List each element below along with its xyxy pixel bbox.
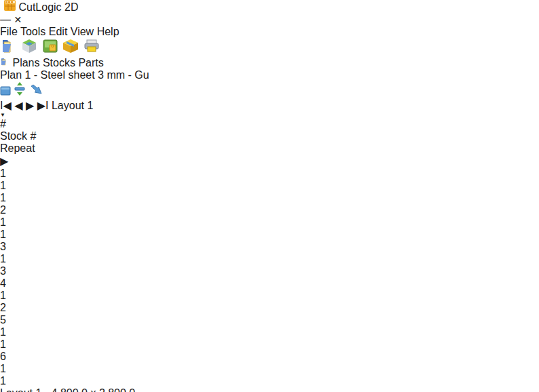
layout-next-button[interactable]: ▶ bbox=[26, 100, 34, 111]
col-repeat[interactable]: Repeat bbox=[0, 142, 539, 155]
fit-vertical-icon bbox=[14, 81, 26, 96]
tab-stocks[interactable]: Stocks bbox=[43, 57, 75, 68]
plan-header-text: Plan 1 - Steel sheet 3 mm - Gu bbox=[0, 69, 149, 81]
tab-parts[interactable]: Parts bbox=[78, 57, 103, 68]
back-arrow-icon bbox=[29, 84, 44, 96]
stock-table-row[interactable]: 313 bbox=[0, 241, 539, 277]
main-titlebar[interactable]: CutLogic 2D — ✕ bbox=[0, 0, 539, 26]
stock-table-row[interactable]: ▶111 bbox=[0, 155, 539, 204]
stock-table-row[interactable]: 211 bbox=[0, 204, 539, 241]
stock-table-row[interactable]: 511 bbox=[0, 314, 539, 351]
panel-view-button[interactable] bbox=[0, 87, 14, 98]
col-stock[interactable]: Stock # bbox=[0, 130, 539, 142]
cell: 2 bbox=[0, 302, 539, 314]
stock-table: ▼ # Stock # Repeat ▶111211313412511611 bbox=[0, 112, 539, 387]
layout-title: Layout 1 - 4,800.0 x 2,800.0 bbox=[0, 387, 539, 392]
stock-box-button[interactable] bbox=[62, 45, 82, 56]
cell: 1 bbox=[0, 192, 539, 204]
minimize-button[interactable]: — bbox=[0, 14, 11, 25]
menu-edit[interactable]: Edit bbox=[49, 26, 68, 37]
cell: 1 bbox=[0, 375, 539, 387]
new-plan-button[interactable] bbox=[0, 45, 20, 56]
window-title: CutLogic 2D bbox=[18, 1, 78, 13]
cell: 1 bbox=[0, 180, 539, 192]
cell: 4 bbox=[0, 277, 539, 290]
layout-navigator: Ι◀ ◀ ▶ ▶Ι Layout 1 bbox=[0, 99, 539, 112]
close-button[interactable]: ✕ bbox=[14, 14, 22, 25]
tab-stocks-label: Stocks bbox=[43, 57, 75, 68]
stock-table-row[interactable]: 611 bbox=[0, 351, 539, 387]
cube-icon bbox=[20, 38, 38, 54]
desktop-background: CutLogic 2D — ✕ File Tools Edit View Hel… bbox=[0, 0, 539, 392]
cell: 1 bbox=[0, 363, 539, 375]
folder-icon bbox=[0, 38, 18, 54]
cell: 1 bbox=[0, 326, 539, 338]
stock-table-row[interactable]: 412 bbox=[0, 277, 539, 314]
col-number[interactable]: # bbox=[0, 118, 539, 130]
plan-header-strip: Plan 1 - Steel sheet 3 mm - Gu bbox=[0, 69, 539, 99]
cell: 3 bbox=[0, 265, 539, 277]
cell: 1 bbox=[0, 290, 539, 302]
cell: 6 bbox=[0, 351, 539, 363]
layout-last-button[interactable]: ▶Ι bbox=[37, 100, 49, 111]
tab-plans-label: Plans bbox=[12, 57, 39, 68]
cell: 2 bbox=[0, 204, 539, 216]
layout-first-button[interactable]: Ι◀ bbox=[0, 100, 12, 111]
cell: 1 bbox=[0, 253, 539, 265]
tab-parts-label: Parts bbox=[78, 57, 103, 68]
box-icon bbox=[62, 38, 79, 54]
menu-tools[interactable]: Tools bbox=[20, 26, 45, 37]
menu-help[interactable]: Help bbox=[97, 26, 119, 37]
cell: 5 bbox=[0, 314, 539, 326]
plans-folder-icon bbox=[0, 57, 10, 66]
panel-icon bbox=[0, 85, 11, 96]
printer-icon bbox=[83, 38, 100, 54]
menu-bar: File Tools Edit View Help bbox=[0, 26, 539, 38]
cube-button[interactable] bbox=[20, 45, 41, 56]
cell: 3 bbox=[0, 241, 539, 253]
filter-dropdown-icon[interactable]: ▼ bbox=[0, 112, 539, 118]
plan-detail-panel: Ι◀ ◀ ▶ ▶Ι Layout 1 ▼ # Stock # Repeat ▶1… bbox=[0, 99, 539, 392]
layout-prior-button[interactable]: ◀ bbox=[14, 100, 22, 111]
cell: 1 bbox=[0, 216, 539, 229]
layout-nav-label: Layout 1 bbox=[52, 100, 93, 111]
menu-file[interactable]: File bbox=[0, 26, 18, 37]
fit-layout-button[interactable] bbox=[14, 87, 29, 98]
undo-arrow-button[interactable] bbox=[29, 87, 44, 98]
main-toolbar bbox=[0, 38, 539, 57]
row-selector: ▶ bbox=[0, 155, 539, 168]
tab-plans[interactable]: Plans bbox=[0, 57, 43, 68]
main-window: CutLogic 2D — ✕ File Tools Edit View Hel… bbox=[0, 0, 539, 392]
image-button[interactable] bbox=[41, 45, 62, 56]
menu-view[interactable]: View bbox=[71, 26, 94, 37]
cell: 1 bbox=[0, 168, 539, 180]
stock-table-header: ▼ # Stock # Repeat bbox=[0, 112, 539, 155]
app-icon bbox=[4, 0, 16, 11]
cell: 1 bbox=[0, 338, 539, 351]
cell: 1 bbox=[0, 229, 539, 241]
tab-bar: Plans Stocks Parts bbox=[0, 57, 539, 69]
print-plan-button[interactable] bbox=[83, 45, 100, 56]
image-puzzle-icon bbox=[41, 38, 59, 54]
